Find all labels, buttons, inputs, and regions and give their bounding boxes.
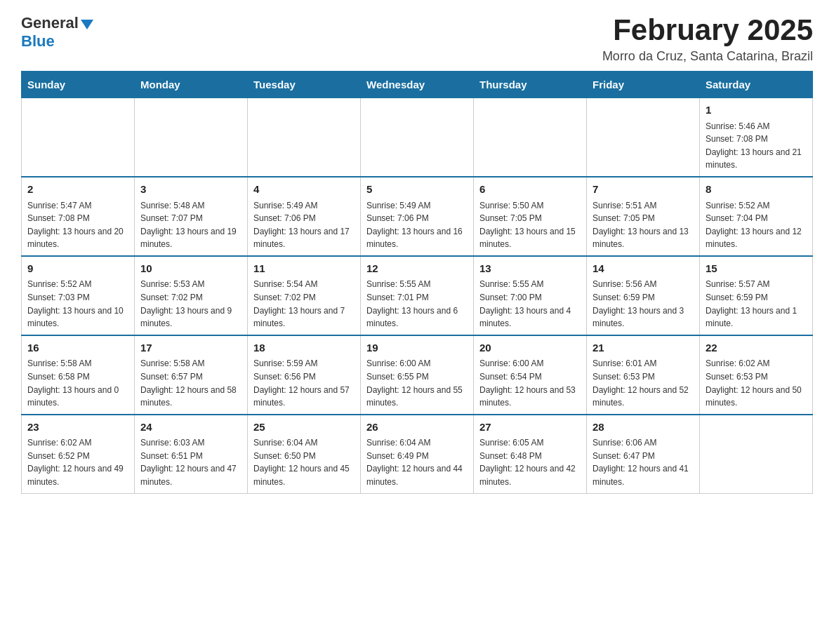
calendar-header-tuesday: Tuesday (248, 72, 361, 98)
calendar-week-row: 9Sunrise: 5:52 AM Sunset: 7:03 PM Daylig… (22, 256, 813, 335)
calendar-day-cell (22, 98, 135, 177)
day-info: Sunrise: 5:54 AM Sunset: 7:02 PM Dayligh… (253, 278, 355, 330)
day-info: Sunrise: 6:01 AM Sunset: 6:53 PM Dayligh… (593, 357, 694, 409)
calendar-day-cell (700, 415, 813, 493)
calendar-header-monday: Monday (135, 72, 248, 98)
day-info: Sunrise: 5:47 AM Sunset: 7:08 PM Dayligh… (27, 199, 128, 251)
day-info: Sunrise: 5:56 AM Sunset: 6:59 PM Dayligh… (593, 278, 694, 330)
day-info: Sunrise: 5:55 AM Sunset: 7:01 PM Dayligh… (366, 278, 468, 330)
day-number: 28 (593, 420, 694, 436)
day-info: Sunrise: 6:02 AM Sunset: 6:53 PM Dayligh… (706, 357, 807, 409)
day-info: Sunrise: 6:00 AM Sunset: 6:55 PM Dayligh… (366, 357, 468, 409)
calendar-day-cell: 12Sunrise: 5:55 AM Sunset: 7:01 PM Dayli… (361, 256, 474, 335)
day-info: Sunrise: 5:52 AM Sunset: 7:04 PM Dayligh… (706, 199, 807, 251)
calendar-day-cell (135, 98, 248, 177)
day-number: 1 (706, 102, 807, 119)
calendar-day-cell: 26Sunrise: 6:04 AM Sunset: 6:49 PM Dayli… (361, 415, 474, 493)
day-number: 11 (253, 261, 355, 277)
day-info: Sunrise: 5:50 AM Sunset: 7:05 PM Dayligh… (479, 199, 581, 251)
calendar-week-row: 1Sunrise: 5:46 AM Sunset: 7:08 PM Daylig… (22, 98, 813, 177)
day-info: Sunrise: 6:06 AM Sunset: 6:47 PM Dayligh… (593, 436, 694, 488)
page-header: General Blue February 2025 Morro da Cruz… (21, 14, 813, 64)
day-number: 25 (253, 420, 355, 436)
calendar-day-cell (248, 98, 361, 177)
location-subtitle: Morro da Cruz, Santa Catarina, Brazil (602, 49, 813, 64)
calendar-header-friday: Friday (587, 72, 700, 98)
calendar-day-cell: 13Sunrise: 5:55 AM Sunset: 7:00 PM Dayli… (474, 256, 587, 335)
day-number: 14 (593, 261, 694, 277)
day-number: 10 (140, 261, 241, 277)
calendar-day-cell (361, 98, 474, 177)
calendar-day-cell (474, 98, 587, 177)
day-number: 20 (479, 340, 581, 356)
logo-general-text: General (21, 14, 79, 32)
calendar-header-thursday: Thursday (474, 72, 587, 98)
calendar-day-cell: 1Sunrise: 5:46 AM Sunset: 7:08 PM Daylig… (700, 98, 813, 177)
day-number: 13 (479, 261, 581, 277)
day-number: 16 (27, 340, 128, 356)
day-info: Sunrise: 5:52 AM Sunset: 7:03 PM Dayligh… (27, 278, 128, 330)
day-number: 26 (366, 420, 468, 436)
calendar-day-cell: 28Sunrise: 6:06 AM Sunset: 6:47 PM Dayli… (587, 415, 700, 493)
calendar-day-cell: 22Sunrise: 6:02 AM Sunset: 6:53 PM Dayli… (700, 335, 813, 415)
calendar-day-cell: 21Sunrise: 6:01 AM Sunset: 6:53 PM Dayli… (587, 335, 700, 415)
calendar-day-cell: 17Sunrise: 5:58 AM Sunset: 6:57 PM Dayli… (135, 335, 248, 415)
day-number: 5 (366, 182, 468, 198)
day-info: Sunrise: 6:03 AM Sunset: 6:51 PM Dayligh… (140, 436, 241, 488)
day-info: Sunrise: 5:59 AM Sunset: 6:56 PM Dayligh… (253, 357, 355, 409)
calendar-day-cell: 19Sunrise: 6:00 AM Sunset: 6:55 PM Dayli… (361, 335, 474, 415)
day-number: 7 (593, 182, 694, 198)
day-info: Sunrise: 5:53 AM Sunset: 7:02 PM Dayligh… (140, 278, 241, 330)
calendar-day-cell: 27Sunrise: 6:05 AM Sunset: 6:48 PM Dayli… (474, 415, 587, 493)
calendar-week-row: 2Sunrise: 5:47 AM Sunset: 7:08 PM Daylig… (22, 177, 813, 256)
day-number: 3 (140, 182, 241, 198)
calendar-day-cell: 3Sunrise: 5:48 AM Sunset: 7:07 PM Daylig… (135, 177, 248, 256)
day-number: 23 (27, 420, 128, 436)
calendar-day-cell: 15Sunrise: 5:57 AM Sunset: 6:59 PM Dayli… (700, 256, 813, 335)
calendar-day-cell: 23Sunrise: 6:02 AM Sunset: 6:52 PM Dayli… (22, 415, 135, 493)
day-number: 19 (366, 340, 468, 356)
day-info: Sunrise: 5:48 AM Sunset: 7:07 PM Dayligh… (140, 199, 241, 251)
calendar-day-cell: 25Sunrise: 6:04 AM Sunset: 6:50 PM Dayli… (248, 415, 361, 493)
day-number: 4 (253, 182, 355, 198)
logo: General Blue (21, 14, 93, 51)
calendar-day-cell: 11Sunrise: 5:54 AM Sunset: 7:02 PM Dayli… (248, 256, 361, 335)
calendar-week-row: 16Sunrise: 5:58 AM Sunset: 6:58 PM Dayli… (22, 335, 813, 415)
day-number: 15 (706, 261, 807, 277)
day-number: 17 (140, 340, 241, 356)
calendar-day-cell: 9Sunrise: 5:52 AM Sunset: 7:03 PM Daylig… (22, 256, 135, 335)
calendar-header-wednesday: Wednesday (361, 72, 474, 98)
day-info: Sunrise: 6:04 AM Sunset: 6:49 PM Dayligh… (366, 436, 468, 488)
calendar-day-cell: 5Sunrise: 5:49 AM Sunset: 7:06 PM Daylig… (361, 177, 474, 256)
day-number: 2 (27, 182, 128, 198)
calendar-day-cell: 8Sunrise: 5:52 AM Sunset: 7:04 PM Daylig… (700, 177, 813, 256)
day-info: Sunrise: 6:05 AM Sunset: 6:48 PM Dayligh… (479, 436, 581, 488)
day-number: 21 (593, 340, 694, 356)
day-info: Sunrise: 5:57 AM Sunset: 6:59 PM Dayligh… (706, 278, 807, 330)
day-info: Sunrise: 6:02 AM Sunset: 6:52 PM Dayligh… (27, 436, 128, 488)
calendar-day-cell: 18Sunrise: 5:59 AM Sunset: 6:56 PM Dayli… (248, 335, 361, 415)
logo-blue-text: Blue (21, 32, 55, 50)
calendar-header-saturday: Saturday (700, 72, 813, 98)
day-info: Sunrise: 5:58 AM Sunset: 6:57 PM Dayligh… (140, 357, 241, 409)
calendar-header-row: SundayMondayTuesdayWednesdayThursdayFrid… (22, 72, 813, 98)
day-info: Sunrise: 6:04 AM Sunset: 6:50 PM Dayligh… (253, 436, 355, 488)
day-info: Sunrise: 5:49 AM Sunset: 7:06 PM Dayligh… (253, 199, 355, 251)
day-number: 22 (706, 340, 807, 356)
calendar-day-cell (587, 98, 700, 177)
month-title: February 2025 (602, 14, 813, 46)
day-info: Sunrise: 5:51 AM Sunset: 7:05 PM Dayligh… (593, 199, 694, 251)
calendar-day-cell: 4Sunrise: 5:49 AM Sunset: 7:06 PM Daylig… (248, 177, 361, 256)
calendar-table: SundayMondayTuesdayWednesdayThursdayFrid… (21, 71, 813, 493)
calendar-header-sunday: Sunday (22, 72, 135, 98)
day-number: 24 (140, 420, 241, 436)
day-number: 12 (366, 261, 468, 277)
calendar-day-cell: 7Sunrise: 5:51 AM Sunset: 7:05 PM Daylig… (587, 177, 700, 256)
calendar-day-cell: 20Sunrise: 6:00 AM Sunset: 6:54 PM Dayli… (474, 335, 587, 415)
logo-arrow-icon (81, 20, 93, 29)
day-info: Sunrise: 6:00 AM Sunset: 6:54 PM Dayligh… (479, 357, 581, 409)
day-info: Sunrise: 5:49 AM Sunset: 7:06 PM Dayligh… (366, 199, 468, 251)
calendar-day-cell: 10Sunrise: 5:53 AM Sunset: 7:02 PM Dayli… (135, 256, 248, 335)
calendar-week-row: 23Sunrise: 6:02 AM Sunset: 6:52 PM Dayli… (22, 415, 813, 493)
title-block: February 2025 Morro da Cruz, Santa Catar… (602, 14, 813, 64)
